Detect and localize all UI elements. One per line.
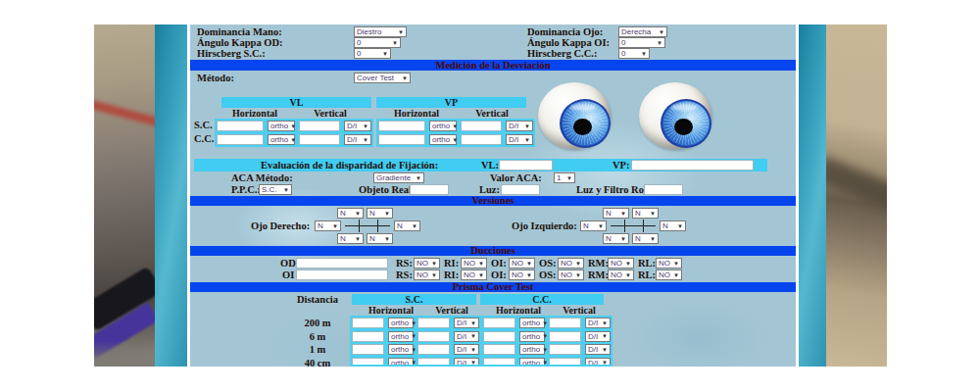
n-select[interactable]: N▼ (603, 233, 629, 244)
ppc-label: P.P.C.: (231, 184, 261, 196)
n-select[interactable]: N▼ (337, 233, 364, 244)
n-select[interactable]: N▼ (603, 208, 629, 219)
no-select[interactable]: NO▼ (461, 270, 487, 280)
vl-input[interactable] (499, 160, 553, 171)
no-select[interactable]: NO▼ (558, 270, 584, 280)
vertical-input[interactable] (299, 134, 340, 145)
evaluacion-bar: Evaluación de la disparidad de Fijación:… (194, 159, 767, 172)
dropdown-arrow-icon: ▼ (659, 29, 664, 35)
horizontal-input[interactable] (378, 121, 425, 131)
dropdown-arrow-icon: ▼ (575, 272, 581, 278)
ppc-select[interactable]: S.C.▼ (259, 184, 292, 195)
angulo-kappa-oi-select[interactable]: 0▼ (618, 37, 665, 48)
prisma-row-200m: 200 m ortho▼ D/I▼ ortho▼ D/I▼ (190, 317, 796, 329)
no-select[interactable]: NO▼ (509, 270, 535, 280)
horizontal-input[interactable] (352, 331, 384, 342)
horizontal-input[interactable] (352, 344, 384, 355)
oi-ducciones-input[interactable] (296, 270, 388, 280)
vertical-input[interactable] (549, 331, 581, 342)
dropdown-arrow-icon: ▼ (625, 272, 631, 278)
hirscberg-cc-select[interactable]: 0▼ (618, 48, 650, 59)
n-select[interactable]: N▼ (632, 208, 659, 219)
dropdown-arrow-icon: ▼ (620, 211, 626, 217)
horizontal-input[interactable] (352, 318, 384, 328)
aca-metodo-select[interactable]: Gradiente▼ (373, 172, 424, 183)
horizontal-input[interactable] (483, 318, 515, 328)
left-border-stripe (155, 24, 187, 367)
n-select[interactable]: N▼ (580, 220, 607, 231)
vertical-input[interactable] (417, 331, 450, 342)
no-select[interactable]: NO▼ (509, 258, 535, 269)
n-select[interactable]: N▼ (367, 208, 393, 219)
di-select[interactable]: D/I▼ (454, 331, 479, 342)
ducciones-row-oi: OI RS: NO▼ RI: NO▼ OI: NO▼ OS: NO▼ RM: N… (190, 270, 796, 281)
horizontal-input[interactable] (483, 331, 515, 342)
n-select[interactable]: N▼ (632, 233, 659, 244)
n-select[interactable]: N▼ (367, 233, 393, 244)
no-select[interactable]: NO▼ (656, 258, 682, 269)
vertical-input[interactable] (299, 121, 340, 131)
ortho-select[interactable]: ortho▼ (388, 344, 414, 355)
horizontal-input[interactable] (217, 134, 264, 145)
ortho-select[interactable]: ortho▼ (429, 134, 457, 145)
ortho-select[interactable]: ortho▼ (519, 318, 545, 328)
dropdown-arrow-icon: ▼ (363, 123, 368, 129)
di-select[interactable]: D/I▼ (344, 134, 371, 145)
dropdown-arrow-icon: ▼ (478, 261, 484, 267)
dominancia-ojo-select[interactable]: Derecha▼ (618, 26, 667, 37)
hirscberg-sc-select[interactable]: 0▼ (354, 48, 391, 59)
no-select[interactable]: NO▼ (608, 258, 634, 269)
dropdown-arrow-icon: ▼ (470, 347, 476, 353)
no-select[interactable]: NO▼ (608, 270, 634, 280)
vertical-input[interactable] (417, 344, 450, 355)
dropdown-arrow-icon: ▼ (392, 40, 398, 46)
metodo-select[interactable]: Cover Test▼ (354, 73, 411, 83)
ortho-select[interactable]: ortho▼ (429, 121, 457, 131)
di-select[interactable]: D/I▼ (344, 121, 371, 131)
ortho-select[interactable]: ortho▼ (519, 331, 545, 342)
n-select[interactable]: N▼ (394, 220, 420, 231)
horizontal-input[interactable] (378, 134, 425, 145)
no-select[interactable]: NO▼ (414, 270, 440, 280)
ortho-select[interactable]: ortho▼ (519, 344, 545, 355)
luz-filtro-rojo-input[interactable] (644, 184, 683, 195)
di-select[interactable]: D/I▼ (506, 121, 533, 131)
dropdown-arrow-icon: ▼ (657, 40, 662, 46)
ortho-select[interactable]: ortho▼ (388, 318, 414, 328)
vertical-input[interactable] (549, 318, 581, 328)
no-select[interactable]: NO▼ (656, 270, 682, 280)
no-select[interactable]: NO▼ (558, 258, 584, 269)
dropdown-arrow-icon: ▼ (673, 261, 679, 267)
di-select[interactable]: D/I▼ (506, 134, 533, 145)
objeto-real-input[interactable] (410, 184, 449, 195)
di-select[interactable]: D/I▼ (585, 318, 611, 328)
dominancia-mano-select[interactable]: Diestro▼ (354, 26, 407, 37)
no-select[interactable]: NO▼ (414, 258, 440, 269)
vertical-input[interactable] (417, 318, 450, 328)
ortho-select[interactable]: ortho▼ (388, 331, 414, 342)
di-select[interactable]: D/I▼ (454, 344, 479, 355)
valor-aca-select[interactable]: 1▼ (554, 172, 575, 183)
n-select[interactable]: N▼ (660, 220, 686, 231)
n-select[interactable]: N▼ (337, 208, 364, 219)
vp-input[interactable] (631, 160, 754, 171)
no-select[interactable]: NO▼ (461, 258, 487, 269)
horizontal-input[interactable] (483, 344, 515, 355)
luz-input[interactable] (501, 184, 540, 195)
di-select[interactable]: D/I▼ (585, 344, 611, 355)
di-select[interactable]: D/I▼ (585, 331, 611, 342)
horizontal-input[interactable] (217, 121, 264, 131)
version-cross-lines (611, 220, 656, 232)
vp-label: VP: (612, 159, 630, 172)
version-cross-lines (345, 220, 390, 232)
angulo-kappa-od-select[interactable]: 0▼ (354, 37, 401, 48)
n-select[interactable]: N▼ (315, 220, 341, 231)
dropdown-arrow-icon: ▼ (478, 272, 484, 278)
vertical-input[interactable] (461, 121, 502, 131)
ortho-select[interactable]: ortho▼ (268, 121, 295, 131)
di-select[interactable]: D/I▼ (454, 318, 479, 328)
ortho-select[interactable]: ortho▼ (268, 134, 295, 145)
vertical-input[interactable] (549, 344, 581, 355)
vertical-input[interactable] (461, 134, 502, 145)
od-ducciones-input[interactable] (296, 258, 388, 269)
